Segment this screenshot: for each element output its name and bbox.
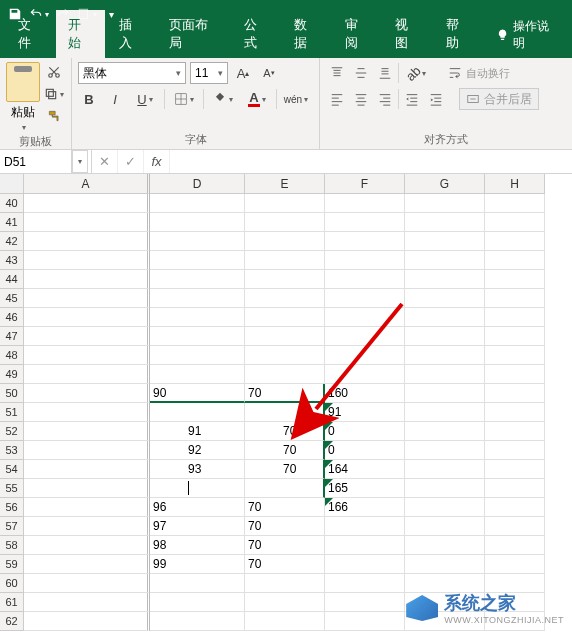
cell-E53[interactable]: 70	[245, 441, 325, 460]
cell-E48[interactable]	[245, 346, 325, 365]
cell-D59[interactable]: 99	[150, 555, 245, 574]
cell-D48[interactable]	[150, 346, 245, 365]
cell-D62[interactable]	[150, 612, 245, 631]
border-button[interactable]: ▾	[169, 88, 199, 110]
cell-F44[interactable]	[325, 270, 405, 289]
align-left-button[interactable]	[326, 88, 348, 110]
tab-formulas[interactable]: 公式	[232, 10, 280, 58]
row-header-45[interactable]: 45	[0, 289, 24, 308]
cell-D45[interactable]	[150, 289, 245, 308]
cell-G47[interactable]	[405, 327, 485, 346]
align-bottom-button[interactable]	[374, 62, 396, 84]
cell-A62[interactable]	[24, 612, 150, 631]
row-header-61[interactable]: 61	[0, 593, 24, 612]
cell-F55[interactable]: 165	[325, 479, 405, 498]
cell-D41[interactable]	[150, 213, 245, 232]
decrease-font-button[interactable]: A▾	[258, 62, 280, 84]
cell-F50[interactable]: 160	[325, 384, 405, 403]
cell-H59[interactable]	[485, 555, 545, 574]
cell-G51[interactable]	[405, 403, 485, 422]
increase-font-button[interactable]: A▴	[232, 62, 254, 84]
enter-formula-button[interactable]: ✓	[118, 150, 144, 173]
cell-E44[interactable]	[245, 270, 325, 289]
cell-D46[interactable]	[150, 308, 245, 327]
cell-G49[interactable]	[405, 365, 485, 384]
cell-G43[interactable]	[405, 251, 485, 270]
cell-H42[interactable]	[485, 232, 545, 251]
cell-E51[interactable]	[245, 403, 325, 422]
cell-G52[interactable]	[405, 422, 485, 441]
cell-A53[interactable]	[24, 441, 150, 460]
cell-A61[interactable]	[24, 593, 150, 612]
cell-D42[interactable]	[150, 232, 245, 251]
cell-E60[interactable]	[245, 574, 325, 593]
cell-A51[interactable]	[24, 403, 150, 422]
cell-H52[interactable]	[485, 422, 545, 441]
italic-button[interactable]: I	[104, 88, 126, 110]
row-header-53[interactable]: 53	[0, 441, 24, 460]
cell-F62[interactable]	[325, 612, 405, 631]
cell-A48[interactable]	[24, 346, 150, 365]
decrease-indent-button[interactable]	[401, 88, 423, 110]
increase-indent-button[interactable]	[425, 88, 447, 110]
cell-A45[interactable]	[24, 289, 150, 308]
column-header-E[interactable]: E	[245, 174, 325, 194]
cell-E49[interactable]	[245, 365, 325, 384]
cell-E50[interactable]: 70	[245, 384, 325, 403]
cell-A44[interactable]	[24, 270, 150, 289]
cell-D43[interactable]	[150, 251, 245, 270]
paste-button[interactable]: 粘贴 ▾	[6, 62, 40, 132]
cell-G53[interactable]	[405, 441, 485, 460]
orientation-button[interactable]: ab▾	[401, 62, 431, 84]
cell-D40[interactable]	[150, 194, 245, 213]
cell-D58[interactable]: 98	[150, 536, 245, 555]
cell-E43[interactable]	[245, 251, 325, 270]
cell-F46[interactable]	[325, 308, 405, 327]
row-header-52[interactable]: 52	[0, 422, 24, 441]
row-header-50[interactable]: 50	[0, 384, 24, 403]
cell-D51[interactable]	[150, 403, 245, 422]
cell-A42[interactable]	[24, 232, 150, 251]
row-header-48[interactable]: 48	[0, 346, 24, 365]
merge-center-button[interactable]: 合并后居	[459, 88, 539, 110]
row-header-40[interactable]: 40	[0, 194, 24, 213]
copy-button[interactable]: ▾	[44, 84, 64, 104]
row-header-59[interactable]: 59	[0, 555, 24, 574]
cell-D47[interactable]	[150, 327, 245, 346]
font-color-button[interactable]: A▾	[242, 88, 272, 110]
row-header-42[interactable]: 42	[0, 232, 24, 251]
cell-A55[interactable]	[24, 479, 150, 498]
column-header-G[interactable]: G	[405, 174, 485, 194]
font-name-select[interactable]: 黑体 ▾	[78, 62, 186, 84]
cell-D52[interactable]: 91	[150, 422, 245, 441]
row-header-54[interactable]: 54	[0, 460, 24, 479]
cell-H54[interactable]	[485, 460, 545, 479]
cell-F45[interactable]	[325, 289, 405, 308]
cell-E57[interactable]: 70	[245, 517, 325, 536]
align-top-button[interactable]	[326, 62, 348, 84]
row-header-60[interactable]: 60	[0, 574, 24, 593]
cell-F58[interactable]	[325, 536, 405, 555]
row-header-46[interactable]: 46	[0, 308, 24, 327]
cell-F42[interactable]	[325, 232, 405, 251]
cell-H43[interactable]	[485, 251, 545, 270]
row-header-43[interactable]: 43	[0, 251, 24, 270]
redo-button[interactable]	[52, 3, 74, 25]
cell-E40[interactable]	[245, 194, 325, 213]
fill-color-button[interactable]: ▾	[208, 88, 238, 110]
cell-H55[interactable]	[485, 479, 545, 498]
cell-A47[interactable]	[24, 327, 150, 346]
cell-H48[interactable]	[485, 346, 545, 365]
cell-F47[interactable]	[325, 327, 405, 346]
tab-view[interactable]: 视图	[383, 10, 431, 58]
cell-E52[interactable]: 70	[245, 422, 325, 441]
cell-A49[interactable]	[24, 365, 150, 384]
cell-E58[interactable]: 70	[245, 536, 325, 555]
wrap-text-button[interactable]: 自动换行	[443, 62, 515, 84]
cell-D60[interactable]	[150, 574, 245, 593]
cell-E46[interactable]	[245, 308, 325, 327]
row-header-57[interactable]: 57	[0, 517, 24, 536]
row-header-56[interactable]: 56	[0, 498, 24, 517]
align-middle-button[interactable]	[350, 62, 372, 84]
cell-G59[interactable]	[405, 555, 485, 574]
